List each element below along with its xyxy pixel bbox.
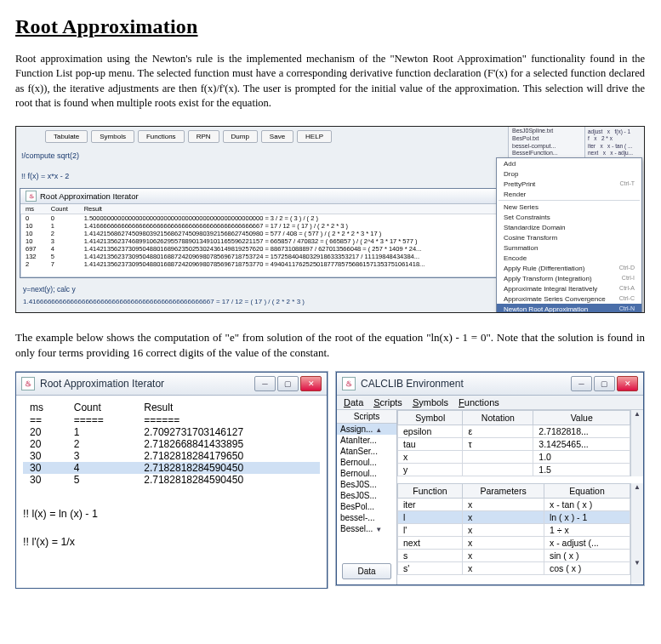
table-row: 13251.4142135623730950488016887242096980…: [20, 253, 505, 260]
calc-line-2: 1.41666666666666666666666666666666666666…: [23, 298, 305, 305]
table-row: 271.414213562373095048801688724209698078…: [20, 260, 505, 268]
save-button[interactable]: Save: [261, 130, 293, 143]
script-item[interactable]: BesJ0S...: [337, 490, 396, 501]
table-row: 69741.4142135623730950488016896235025302…: [20, 245, 505, 253]
table-row: 1021.41421568627450980392156862745098039…: [20, 230, 505, 237]
menu-item[interactable]: Apply Rule (Differentiation)Ctrl-D: [497, 263, 641, 273]
menu-item[interactable]: New Series: [497, 202, 641, 212]
table-row: =============: [23, 414, 320, 426]
column-header: Symbol: [398, 411, 463, 425]
table-row[interactable]: y1.5: [398, 464, 630, 476]
equation-2: !! l'(x) = 1/x: [23, 533, 320, 552]
table-row[interactable]: 2012.7092731703146127: [23, 426, 320, 438]
menu-item[interactable]: Set Constraints: [497, 212, 641, 222]
table-row[interactable]: sxsin ( x ): [398, 550, 630, 562]
column-header: Notation: [463, 411, 533, 425]
menu-item[interactable]: Cosine Transform: [497, 232, 641, 242]
script-item[interactable]: Assign... ▲: [337, 424, 396, 435]
menu-item[interactable]: Summation: [497, 242, 641, 253]
table-row[interactable]: iterxx - tan ( x ): [398, 499, 630, 511]
menu-data[interactable]: Data: [344, 397, 363, 407]
rpn-button[interactable]: RPN: [188, 130, 219, 143]
table-row[interactable]: tauτ3.1425465...: [398, 438, 630, 451]
window-title: CALCLIB Environment: [361, 378, 464, 390]
close-button[interactable]: ✕: [300, 376, 322, 391]
table-row[interactable]: 3042.7182818284590450: [23, 462, 320, 474]
table-row: 1031.41421356237468991062629557889013491…: [20, 237, 505, 245]
column-header: Parameters: [463, 484, 544, 499]
script-item[interactable]: Bernoul...: [337, 457, 396, 468]
script-item[interactable]: Bessel... ▼: [337, 523, 396, 534]
java-icon: ♨: [342, 377, 356, 390]
table-row[interactable]: lxln ( x ) - 1: [398, 511, 630, 524]
data-button[interactable]: Data: [342, 563, 391, 579]
equation-1: !! l(x) = ln (x) - 1: [23, 504, 320, 524]
close-button[interactable]: ✕: [617, 376, 638, 391]
intro-paragraph: Root approximation using the Newton's ru…: [15, 52, 645, 111]
table-row[interactable]: 3032.7182818284179650: [23, 450, 320, 462]
menu-item[interactable]: Newton Root ApproximationCtrl-N: [497, 304, 641, 313]
minimize-button[interactable]: ─: [254, 376, 276, 391]
scripts-header: Scripts: [337, 410, 396, 424]
menu-symbols[interactable]: Symbols: [413, 397, 448, 407]
menu-item[interactable]: PrettyPrintCtrl-T: [497, 179, 641, 189]
column-header: Function: [398, 484, 463, 499]
column-header: Result: [79, 204, 505, 214]
table-row[interactable]: x1.0: [398, 451, 630, 464]
menu-scripts[interactable]: Scripts: [373, 397, 402, 407]
symbols-button[interactable]: Symbols: [91, 130, 134, 143]
table-row[interactable]: s'xcos ( x ): [398, 562, 630, 575]
page-title: Root Approximation: [15, 15, 645, 38]
script-item[interactable]: BesJ0S...: [337, 479, 396, 490]
window-title: Root Approximation Iterator: [40, 378, 164, 390]
menu-item[interactable]: Add: [497, 158, 641, 168]
help-button[interactable]: HELP: [297, 130, 332, 143]
calc-line-1: y=next(y); calc y: [23, 285, 76, 294]
column-header: Count: [67, 401, 138, 414]
table-row[interactable]: 2022.7182668841433895: [23, 438, 320, 450]
script-item[interactable]: BesPol...: [337, 501, 396, 512]
script-item[interactable]: AtanIter...: [337, 435, 396, 446]
java-icon: ♨: [26, 191, 37, 202]
table-row[interactable]: epsilonε2.7182818...: [398, 425, 630, 438]
window-title: Root Approximation Iterator: [40, 191, 139, 201]
mid-paragraph: The example below shows the computation …: [15, 330, 645, 360]
menu-item[interactable]: Apply Transform (Integration)Ctrl-I: [497, 273, 641, 283]
context-menu[interactable]: AddDropPrettyPrintCtrl-TRenderNew Series…: [496, 157, 642, 313]
table-row: 001.500000000000000000000000000000000000…: [20, 214, 505, 223]
menu-item[interactable]: Render: [497, 189, 641, 199]
java-icon: ♨: [21, 377, 35, 390]
menu-functions[interactable]: Functions: [459, 397, 499, 407]
functions-table: FunctionParametersEquation iterxx - tan …: [397, 483, 630, 575]
table-row[interactable]: 3052.7182818284590450: [23, 474, 320, 486]
minimize-button[interactable]: ─: [571, 376, 592, 391]
column-header: Count: [46, 204, 79, 214]
scrollbar[interactable]: ▲: [630, 410, 643, 476]
symbols-table: SymbolNotationValue epsilonε2.7182818...…: [397, 410, 630, 476]
functions-button[interactable]: Functions: [138, 130, 185, 143]
root-iterator-window: ♨ Root Approximation Iterator ─ ▢ ✕ msCo…: [15, 372, 328, 589]
root-iterator-window-small: ♨Root Approximation Iterator msCountResu…: [20, 188, 506, 278]
figure-top: TabulateSymbolsFunctionsRPNDumpSaveHELP …: [15, 126, 645, 313]
menu-item[interactable]: Encode: [497, 253, 641, 263]
maximize-button[interactable]: ▢: [277, 376, 299, 391]
calclib-environment-window: ♨ CALCLIB Environment ─ ▢ ✕ DataScriptsS…: [336, 372, 644, 585]
menu-item[interactable]: Drop: [497, 168, 641, 179]
tabulate-button[interactable]: Tabulate: [45, 130, 88, 143]
script-item[interactable]: AtanSer...: [337, 446, 396, 457]
dump-button[interactable]: Dump: [223, 130, 258, 143]
menu-item[interactable]: Standardize Domain: [497, 222, 641, 232]
menu-item[interactable]: Approximate Series ConvergenceCtrl-C: [497, 294, 641, 304]
column-header: ms: [20, 204, 46, 214]
script-item[interactable]: bessel-...: [337, 512, 396, 523]
menu-item[interactable]: Approximate Integral IterativelyCtrl-A: [497, 283, 641, 294]
column-header: Result: [137, 401, 320, 414]
table-row[interactable]: nextxx - adjust (...: [398, 537, 630, 550]
column-header: ms: [23, 401, 67, 414]
column-header: Value: [533, 411, 630, 425]
script-item[interactable]: Bernoul...: [337, 468, 396, 479]
table-row[interactable]: l'x1 ÷ x: [398, 524, 630, 537]
table-row: 1011.41666666666666666666666666666666666…: [20, 222, 505, 230]
scrollbar[interactable]: ▲▼: [630, 483, 643, 584]
maximize-button[interactable]: ▢: [594, 376, 615, 391]
